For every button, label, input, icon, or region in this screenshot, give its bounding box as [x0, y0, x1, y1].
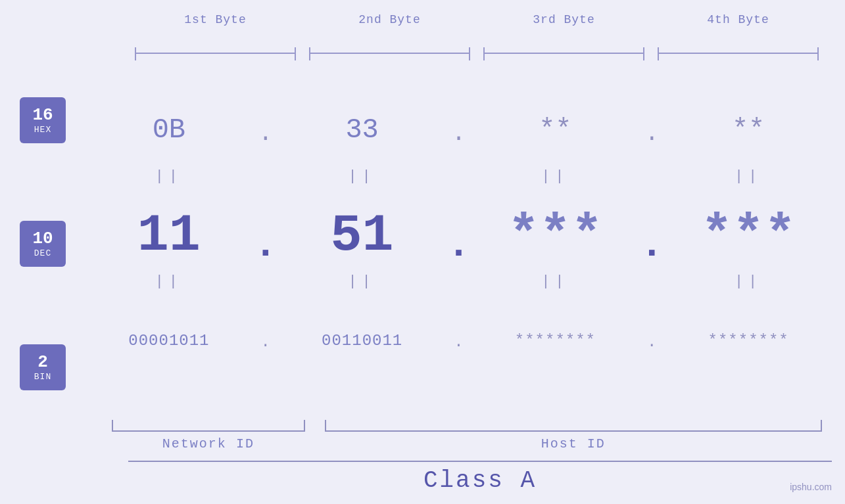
eq-2-1: ||: [85, 273, 253, 290]
network-id-label: Network ID: [112, 436, 305, 451]
hex-dot-1: .: [253, 114, 279, 147]
bin-num: 2: [37, 353, 48, 372]
bin-cell-1: 00001011: [85, 332, 253, 350]
bin-cell-4: ********: [665, 332, 832, 350]
dec-dot-1: .: [253, 203, 279, 267]
hex-label: HEX: [34, 125, 51, 135]
dec-row: 11 . 51 . *** . ***: [85, 202, 832, 268]
hex-val-4: **: [732, 114, 765, 146]
eq-row-1: || || || ||: [85, 163, 832, 189]
values-grid: 0B . 33 . ** . ** || || || ||: [85, 66, 832, 373]
bracket-1: [135, 47, 296, 60]
bin-val-4: ********: [708, 332, 789, 350]
eq-1-1: ||: [85, 168, 253, 185]
host-id-bracket: [325, 420, 822, 432]
bracket-3: [483, 47, 644, 60]
bracket-4: [658, 47, 819, 60]
dec-cell-2: 51: [279, 206, 446, 265]
hex-cell-2: 33: [279, 114, 446, 146]
eq-row-2: || || || ||: [85, 268, 832, 294]
dec-dot-2: .: [446, 203, 472, 267]
dec-label: DEC: [34, 248, 51, 258]
eq-1-2: ||: [279, 168, 446, 185]
byte-headers: 1st Byte 2nd Byte 3rd Byte 4th Byte: [128, 13, 825, 26]
bottom-brackets: [85, 420, 832, 432]
dec-val-4: ***: [701, 206, 796, 265]
byte4-header: 4th Byte: [651, 13, 825, 26]
bin-cell-3: ********: [472, 332, 639, 350]
hex-cell-1: 0B: [85, 114, 253, 146]
hex-val-2: 33: [345, 114, 378, 146]
bin-val-1: 00001011: [128, 332, 209, 350]
eq-2-3: ||: [472, 273, 639, 290]
eq-1-3: ||: [472, 168, 639, 185]
network-id-bracket: [112, 420, 305, 432]
bin-dot-3: .: [639, 330, 665, 351]
hex-row: 0B . 33 . ** . **: [85, 97, 832, 163]
byte1-header: 1st Byte: [128, 13, 302, 26]
watermark: ipshu.com: [790, 482, 832, 492]
class-section: Class A: [128, 461, 832, 494]
dec-cell-1: 11: [85, 206, 253, 265]
hex-badge: 16 HEX: [20, 97, 66, 143]
hex-cell-3: **: [472, 114, 639, 146]
host-id-label: Host ID: [325, 436, 822, 451]
bin-label: BIN: [34, 372, 51, 382]
dec-badge: 10 DEC: [20, 221, 66, 267]
dec-num: 10: [32, 229, 53, 248]
dec-val-3: ***: [508, 206, 602, 265]
hex-dot-3: .: [639, 114, 665, 147]
dec-cell-4: ***: [665, 206, 832, 265]
bin-dot-1: .: [253, 330, 279, 351]
eq-1-4: ||: [665, 168, 832, 185]
bin-cell-2: 00110011: [279, 332, 446, 350]
byte2-header: 2nd Byte: [302, 13, 477, 26]
bin-row: 00001011 . 00110011 . ******** . *******…: [85, 308, 832, 373]
hex-val-3: **: [539, 114, 571, 146]
bin-val-2: 00110011: [322, 332, 402, 350]
bracket-2: [309, 47, 470, 60]
bracket-row: [128, 47, 825, 60]
hex-cell-4: **: [665, 114, 832, 146]
hex-dot-2: .: [446, 114, 472, 147]
class-label: Class A: [423, 467, 537, 494]
dec-val-1: 11: [137, 206, 201, 265]
dec-val-2: 51: [331, 206, 394, 265]
eq-2-2: ||: [279, 273, 446, 290]
bin-val-3: ********: [515, 332, 596, 350]
byte3-header: 3rd Byte: [477, 13, 651, 26]
hex-num: 16: [32, 106, 53, 125]
eq-2-4: ||: [665, 273, 832, 290]
bin-dot-2: .: [446, 330, 472, 351]
base-labels: 16 HEX 10 DEC 2 BIN: [20, 97, 66, 390]
hex-val-1: 0B: [153, 114, 185, 146]
bottom-labels: Network ID Host ID: [85, 436, 832, 451]
dec-cell-3: ***: [472, 206, 639, 265]
dec-dot-3: .: [639, 203, 665, 267]
main-container: 1st Byte 2nd Byte 3rd Byte 4th Byte 16 H…: [0, 0, 845, 504]
bin-badge: 2 BIN: [20, 344, 66, 390]
